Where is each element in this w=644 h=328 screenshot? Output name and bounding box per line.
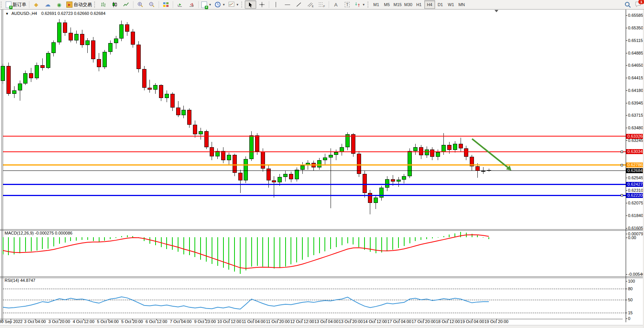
new-order-button[interactable]: + 新订单 [4, 0, 28, 9]
macd-histogram-bar [121, 236, 122, 237]
line-handle[interactable] [621, 151, 623, 153]
signal-broadcast-icon: ◉ [57, 2, 61, 8]
panel-separator[interactable] [0, 229, 644, 230]
horizontal-line-0.6222[interactable] [3, 195, 626, 196]
timeframe-h4-button[interactable]: H4 [424, 0, 435, 9]
panel-separator[interactable] [0, 277, 644, 277]
vertical-line-tool-button[interactable] [270, 0, 282, 9]
time-axis-label[interactable]: 19 Oct 04:00 [460, 319, 484, 324]
macd-histogram-bar [358, 237, 359, 247]
collapse-triangle-icon[interactable]: ▼ [5, 12, 9, 16]
candle [176, 108, 180, 115]
rsi-indicator-label: RSI(14) 44.8747 [5, 278, 35, 283]
market-depth-button[interactable]: ◆ [31, 0, 42, 9]
signals-button[interactable]: ◉ [53, 0, 65, 9]
timeframe-m1-button[interactable]: M1 [371, 0, 382, 9]
candle [12, 90, 16, 93]
time-axis-label[interactable]: 17 Oct 20:00 [411, 319, 435, 324]
horizontal-line-0.63326[interactable] [3, 136, 626, 137]
line-handle[interactable] [621, 164, 623, 166]
time-axis-label[interactable]: 3 Oct 04:00 [24, 319, 46, 324]
time-axis-label[interactable]: 13 Oct 04:00 [315, 319, 339, 324]
candle [442, 145, 446, 152]
time-axis-label[interactable]: 30 Sep 2022 [0, 319, 22, 324]
auto-scroll-button[interactable] [174, 0, 186, 9]
time-axis-label[interactable]: 12 Oct 12:00 [290, 319, 314, 324]
price-axis-label: 0.61840 [628, 213, 643, 218]
zoom-out-button[interactable] [146, 0, 157, 9]
fibonacci-icon: F [318, 2, 325, 8]
fibonacci-tool-button[interactable]: F [316, 0, 328, 9]
toolbar-grip-4[interactable] [368, 2, 370, 8]
bar-chart-mode-button[interactable] [98, 0, 109, 9]
candlestick-mode-button[interactable] [109, 0, 120, 9]
horizontal-line-0.62427[interactable] [3, 184, 626, 185]
zoom-in-button[interactable] [135, 0, 146, 9]
timeframe-m30-button[interactable]: M30 [403, 0, 414, 9]
candle [46, 53, 50, 68]
time-axis-label[interactable]: 9 Oct 23:00 [194, 319, 216, 324]
timeframe-h1-button[interactable]: H1 [414, 0, 424, 9]
notifications-button[interactable]: 1 [635, 1, 642, 8]
new-chart-button[interactable]: + ▼ [200, 0, 213, 9]
candle [459, 144, 463, 148]
horizontal-line-0.62684[interactable] [3, 170, 626, 171]
macd-histogram-bar [155, 237, 156, 245]
line-chart-mode-button[interactable] [120, 0, 132, 9]
time-axis-label[interactable]: 13 Oct 20:00 [339, 319, 363, 324]
time-axis-label[interactable]: 11 Oct 20:00 [266, 319, 290, 324]
time-axis-label[interactable]: 19 Oct 20:00 [485, 319, 509, 324]
mt4-window: + 新订单 ◆ ☁ ◉ ▶ 自动交易 [0, 0, 644, 328]
time-axis-label[interactable]: 18 Oct 12:00 [436, 319, 460, 324]
timeframe-w1-button[interactable]: W1 [446, 0, 456, 9]
profile-button[interactable]: ☁ [42, 0, 53, 9]
candle [379, 188, 384, 197]
timeframe-m15-button[interactable]: M15 [392, 0, 403, 9]
time-axis-label[interactable]: 11 Oct 04:00 [242, 319, 265, 324]
toolbar-grip-3[interactable] [241, 2, 244, 8]
time-axis-label[interactable]: 3 Oct 20:00 [48, 319, 70, 324]
time-axis-label[interactable]: 5 Oct 20:00 [121, 319, 143, 324]
tile-windows-button[interactable] [160, 0, 172, 9]
auto-scroll-icon [177, 2, 183, 8]
candle [35, 65, 39, 78]
periods-button[interactable]: ▼ [213, 0, 227, 9]
time-axis-label[interactable]: 17 Oct 04:00 [387, 319, 411, 324]
cursor-tool-button[interactable] [245, 0, 256, 9]
chart-window[interactable]: ▼ AUDUSD-,H4 0.62691 0.62723 0.62660 0.6… [0, 10, 644, 328]
panel-separator[interactable] [0, 278, 644, 278]
autotrading-button[interactable]: ▶ 自动交易 [65, 0, 93, 9]
time-axis-label[interactable]: 6 Oct 12:00 [146, 319, 167, 324]
text-label-tool-button[interactable]: T [342, 0, 353, 9]
toolbar-grip[interactable] [1, 2, 3, 8]
timeframe-mn-button[interactable]: MN [456, 0, 467, 9]
text-tool-button[interactable]: A [330, 0, 342, 9]
new-chart-dropdown-caret: ▼ [209, 3, 212, 6]
time-axis-label[interactable]: 14 Oct 12:00 [363, 319, 387, 324]
time-axis-label[interactable]: 4 Oct 12:00 [73, 319, 95, 324]
toolbar-grip-2[interactable] [94, 2, 97, 8]
horizontal-line-tool-button[interactable] [282, 0, 293, 9]
price-axis-label: 0.64415 [628, 76, 643, 80]
indicators-button[interactable]: ▼ [227, 0, 241, 9]
candle [255, 135, 259, 151]
search-icon[interactable] [625, 2, 631, 8]
horizontal-line-0.62786[interactable] [3, 164, 626, 166]
timeframe-d1-button[interactable]: D1 [435, 0, 446, 9]
timeframe-m5-button[interactable]: M5 [382, 0, 392, 9]
time-axis-label[interactable]: 10 Oct 12:00 [217, 319, 241, 324]
chart-shift-button[interactable] [186, 0, 197, 9]
crosshair-tool-button[interactable] [256, 0, 268, 9]
panel-separator[interactable] [0, 230, 644, 231]
candle [408, 151, 412, 176]
time-axis-label[interactable]: 5 Oct 04:00 [97, 319, 119, 324]
horizontal-line-0.63034[interactable] [3, 151, 626, 152]
channel-tool-button[interactable]: E [305, 0, 316, 9]
candle [238, 173, 243, 180]
time-axis-label[interactable]: 7 Oct 04:00 [170, 319, 191, 324]
new-order-label: 新订单 [13, 2, 26, 8]
line-handle[interactable] [621, 194, 623, 196]
candle [148, 88, 152, 89]
arrows-tool-button[interactable]: ▼ [353, 0, 367, 9]
trendline-tool-button[interactable] [293, 0, 305, 9]
